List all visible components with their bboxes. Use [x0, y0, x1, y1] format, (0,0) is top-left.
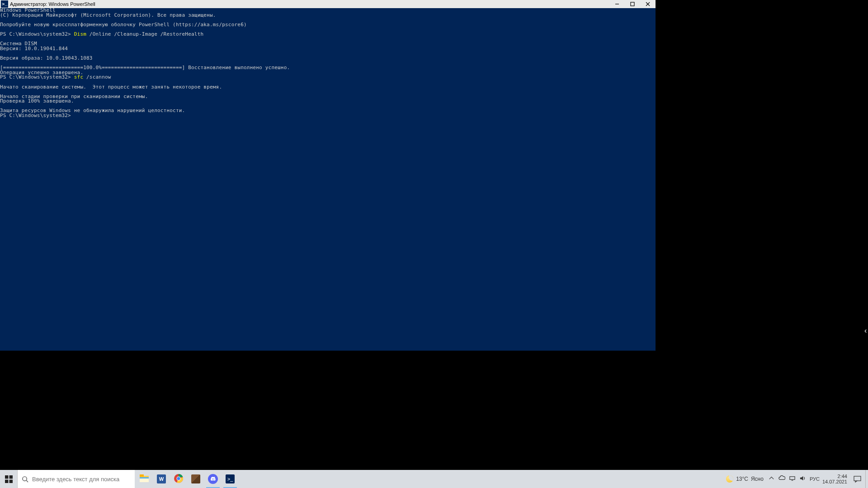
window-title: Администратор: Windows PowerShell [10, 1, 95, 7]
close-button[interactable] [640, 0, 656, 8]
svg-rect-1 [631, 2, 634, 6]
minimize-button[interactable] [609, 0, 625, 8]
powershell-icon: >_ [1, 0, 8, 8]
terminal-output[interactable]: Windows PowerShell(C) Корпорация Майкрос… [0, 8, 656, 351]
maximize-button[interactable] [625, 0, 640, 8]
window-titlebar: >_ Администратор: Windows PowerShell [0, 0, 656, 8]
